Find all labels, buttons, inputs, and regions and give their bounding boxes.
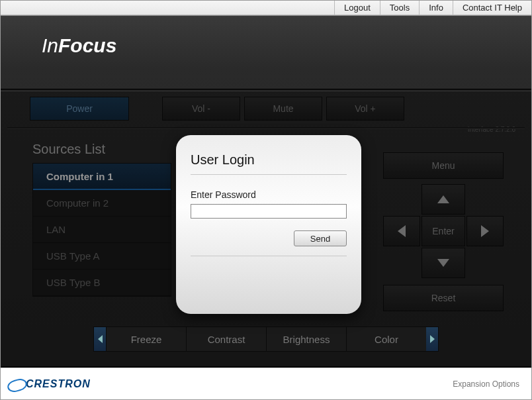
login-modal: User Login Enter Password Send [176,135,361,314]
tab-contrast[interactable]: Contrast [186,327,266,351]
brand-part1: In [42,34,58,56]
footer: CRESTRON Expansion Options [1,368,531,399]
password-input[interactable] [191,204,347,219]
chevron-right-icon [430,335,435,343]
topbar-tools[interactable]: Tools [380,1,419,15]
crestron-logo: CRESTRON [7,378,91,390]
tab-scroll-left-button[interactable] [94,327,106,351]
tab-color[interactable]: Color [346,327,426,351]
expansion-options-link[interactable]: Expansion Options [453,379,519,389]
tab-scroll-right-button[interactable] [426,327,438,351]
tab-freeze[interactable]: Freeze [106,327,186,351]
topbar-contact[interactable]: Contact IT Help [453,1,531,15]
password-label: Enter Password [191,189,347,200]
topbar-logout[interactable]: Logout [334,1,380,15]
tab-brightness[interactable]: Brightness [266,327,346,351]
top-menu-bar: Logout Tools Info Contact IT Help [1,1,531,15]
chevron-left-icon [98,335,103,343]
topbar-info[interactable]: Info [419,1,453,15]
brand-part2: Focus [58,34,116,56]
login-title: User Login [191,148,347,175]
main-panel: InFocus Power Vol - Mute Vol + Interface… [1,15,531,368]
bottom-tab-strip: Freeze Contrast Brightness Color [93,326,439,352]
send-button[interactable]: Send [294,230,347,246]
brand-logo: InFocus [42,34,116,57]
